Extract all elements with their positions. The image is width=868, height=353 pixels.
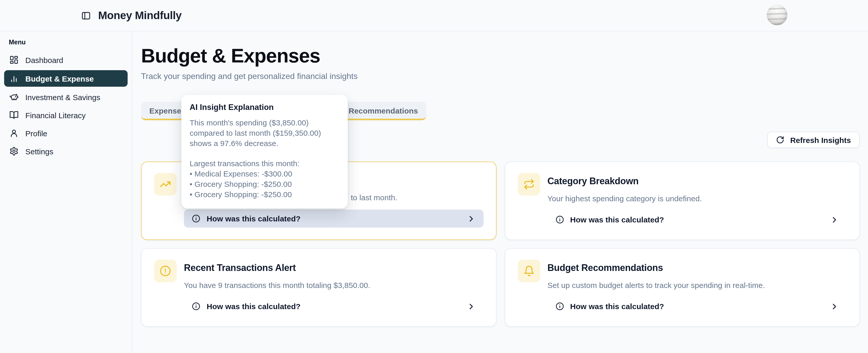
popover-title: AI Insight Explanation — [190, 103, 339, 112]
how-calculated-label: How was this calculated? — [207, 302, 301, 311]
card-budget-recommendations: Budget Recommendations Set up custom bud… — [504, 248, 860, 327]
sidebar: Menu Dashboard Budget & Expense Investme… — [0, 32, 132, 353]
how-calculated-row[interactable]: How was this calculated? — [184, 210, 483, 227]
dashboard-icon — [9, 55, 19, 65]
piggy-bank-icon — [9, 93, 19, 102]
how-calculated-row[interactable]: How was this calculated? — [548, 297, 847, 315]
card-category-breakdown: Category Breakdown Your highest spending… — [504, 162, 860, 240]
card-recent-transactions: Recent Transactions Alert You have 9 tra… — [141, 248, 496, 327]
alert-circle-icon — [154, 259, 177, 282]
sidebar-item-dashboard[interactable]: Dashboard — [4, 52, 128, 68]
chevron-right-icon — [830, 215, 839, 224]
sidebar-item-label: Investment & Savings — [25, 93, 100, 101]
ai-insight-popover: AI Insight Explanation This month's spen… — [181, 95, 348, 209]
top-header: Money Mindfully — [0, 0, 868, 32]
panel-left-icon — [81, 10, 91, 21]
refresh-insights-button[interactable]: Refresh Insights — [768, 132, 860, 148]
info-icon — [192, 302, 200, 311]
card-title: Category Breakdown — [548, 176, 847, 187]
card-text: Your highest spending category is undefi… — [548, 194, 847, 203]
how-calculated-label: How was this calculated? — [570, 215, 664, 224]
card-body: Recent Transactions Alert You have 9 tra… — [184, 259, 483, 315]
sidebar-item-label: Dashboard — [25, 56, 63, 64]
sidebar-item-profile[interactable]: Profile — [4, 126, 128, 141]
info-icon — [555, 302, 564, 311]
sidebar-item-label: Financial Literacy — [25, 111, 86, 119]
bell-icon — [518, 259, 540, 282]
sidebar-nav: Dashboard Budget & Expense Investment & … — [0, 52, 132, 159]
info-icon — [192, 214, 200, 223]
trending-up-icon — [154, 173, 177, 196]
sidebar-item-budget-expense[interactable]: Budget & Expense — [4, 70, 128, 87]
card-title: Budget Recommendations — [548, 263, 847, 274]
page-subtitle: Track your spending and get personalized… — [141, 72, 860, 81]
user-icon — [9, 129, 19, 138]
how-calculated-label: How was this calculated? — [570, 302, 664, 311]
chevron-right-icon — [466, 302, 475, 311]
how-calculated-row[interactable]: How was this calculated? — [548, 211, 847, 228]
avatar[interactable] — [767, 5, 787, 25]
app-title: Money Mindfully — [98, 9, 182, 22]
card-body: Budget Recommendations Set up custom bud… — [548, 259, 847, 315]
book-open-icon — [9, 110, 19, 120]
chevron-right-icon — [466, 214, 475, 223]
chevron-right-icon — [830, 302, 839, 311]
info-icon — [555, 215, 564, 224]
refresh-insights-label: Refresh Insights — [790, 136, 851, 144]
how-calculated-label: How was this calculated? — [207, 214, 301, 223]
repeat-icon — [518, 173, 540, 196]
sidebar-item-settings[interactable]: Settings — [4, 143, 128, 159]
popover-body: This month's spending ($3,850.00) compar… — [190, 118, 339, 200]
how-calculated-row[interactable]: How was this calculated? — [184, 297, 483, 315]
sidebar-item-label: Profile — [25, 129, 47, 138]
page-title: Budget & Expenses — [141, 45, 860, 67]
app-root: Money Mindfully Menu Dashboard Budget & … — [0, 0, 868, 353]
gear-icon — [9, 147, 19, 156]
sidebar-item-financial-literacy[interactable]: Financial Literacy — [4, 107, 128, 123]
sidebar-item-label: Settings — [25, 147, 53, 155]
sidebar-section-label: Menu — [9, 39, 132, 46]
refresh-icon — [776, 136, 784, 144]
card-title: Recent Transactions Alert — [184, 263, 483, 274]
sidebar-item-investment-savings[interactable]: Investment & Savings — [4, 89, 128, 105]
card-body: Category Breakdown Your highest spending… — [548, 173, 847, 228]
card-text: Set up custom budget alerts to track you… — [548, 281, 847, 289]
card-text: You have 9 transactions this month total… — [184, 281, 483, 289]
bar-chart-icon — [9, 74, 19, 83]
sidebar-item-label: Budget & Expense — [25, 74, 94, 83]
sidebar-toggle-button[interactable] — [79, 9, 92, 22]
